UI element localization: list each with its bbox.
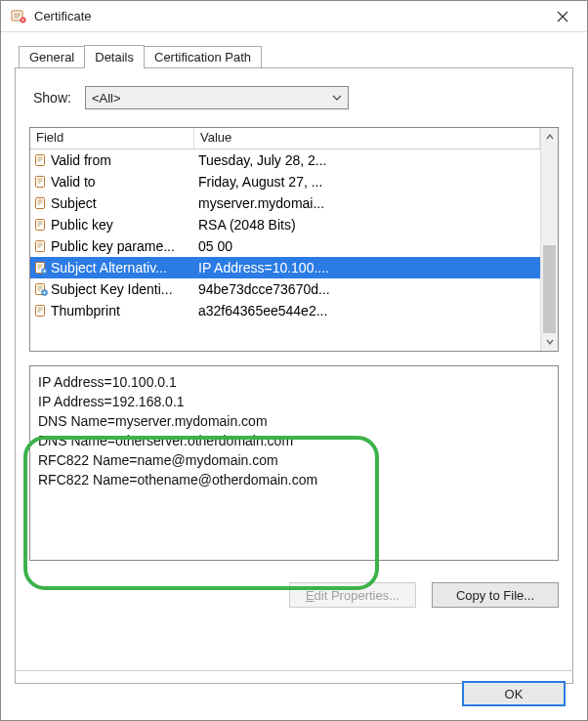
value-cell: Friday, August 27, ...	[194, 174, 540, 190]
listview-header: Field Value	[30, 128, 540, 149]
listview-scrollbar[interactable]	[540, 128, 558, 351]
table-row[interactable]: Subject Alternativ...IP Address=10.100..…	[30, 257, 540, 278]
show-label: Show:	[33, 90, 71, 106]
value-cell: IP Address=10.100....	[194, 260, 540, 276]
svg-rect-5	[36, 220, 45, 231]
table-row[interactable]: Public key parame...05 00	[30, 235, 540, 257]
field-cell: Valid to	[30, 174, 194, 190]
table-row[interactable]: Thumbprinta32f64365ee544e2...	[30, 300, 540, 321]
window-title: Certificate	[34, 9, 540, 23]
table-row[interactable]: Valid toFriday, August 27, ...	[30, 171, 540, 192]
table-row[interactable]: Subject Key Identi...94be73dcce73670d...	[30, 278, 540, 300]
tabstrip: General Details Certification Path	[15, 42, 573, 67]
svg-rect-6	[36, 241, 45, 252]
field-cell: Public key	[30, 217, 194, 233]
field-cell: Subject Key Identi...	[30, 281, 194, 297]
field-cell: Thumbprint	[30, 303, 194, 318]
svg-rect-4	[36, 198, 45, 209]
value-cell: 05 00	[194, 238, 540, 254]
show-filter-combobox[interactable]: <All>	[85, 86, 349, 109]
table-row[interactable]: Subjectmyserver.mydomai...	[30, 192, 540, 214]
extension-icon	[34, 261, 48, 275]
property-icon	[34, 218, 48, 232]
property-icon	[34, 196, 48, 210]
certificate-icon	[11, 9, 26, 24]
tabpanel-details: Show: <All> Field Value Valid fromTuesda…	[15, 67, 573, 684]
tab-details[interactable]: Details	[84, 45, 145, 68]
property-icon	[34, 175, 48, 189]
value-cell: RSA (2048 Bits)	[194, 217, 540, 233]
field-cell: Valid from	[30, 152, 194, 168]
certificate-fields-listview[interactable]: Field Value Valid fromTuesday, July 28, …	[29, 127, 559, 352]
table-row[interactable]: Valid fromTuesday, July 28, 2...	[30, 149, 540, 171]
extension-icon	[34, 282, 48, 296]
show-filter-value: <All>	[92, 91, 121, 106]
field-cell: Subject	[30, 195, 194, 211]
property-icon	[34, 239, 48, 253]
titlebar: Certificate	[1, 1, 587, 32]
property-icon	[34, 153, 48, 167]
ok-button[interactable]: OK	[462, 681, 566, 706]
close-button[interactable]	[540, 1, 585, 31]
button-separator	[15, 670, 573, 671]
scroll-down-arrow[interactable]	[541, 333, 558, 351]
copy-to-file-button[interactable]: Copy to File...	[432, 582, 559, 608]
svg-rect-3	[36, 177, 45, 188]
svg-rect-11	[36, 306, 45, 317]
field-cell: Subject Alternativ...	[30, 260, 194, 276]
column-header-field[interactable]: Field	[30, 128, 194, 148]
property-icon	[34, 304, 48, 318]
field-cell: Public key parame...	[30, 238, 194, 254]
scroll-thumb[interactable]	[543, 245, 556, 333]
column-header-value[interactable]: Value	[194, 128, 540, 148]
table-row[interactable]: Public keyRSA (2048 Bits)	[30, 214, 540, 235]
value-cell: a32f64365ee544e2...	[194, 303, 540, 318]
value-cell: Tuesday, July 28, 2...	[194, 152, 540, 168]
scroll-up-arrow[interactable]	[541, 128, 558, 146]
tab-general[interactable]: General	[19, 46, 85, 67]
tab-certification-path[interactable]: Certification Path	[144, 46, 262, 67]
value-cell: myserver.mydomai...	[194, 195, 540, 211]
svg-rect-2	[36, 155, 45, 166]
value-cell: 94be73dcce73670d...	[194, 281, 540, 297]
field-detail-textbox[interactable]: IP Address=10.100.0.1 IP Address=192.168…	[29, 365, 559, 561]
edit-properties-button: Edit Properties...	[289, 582, 416, 608]
chevron-down-icon	[332, 91, 342, 106]
